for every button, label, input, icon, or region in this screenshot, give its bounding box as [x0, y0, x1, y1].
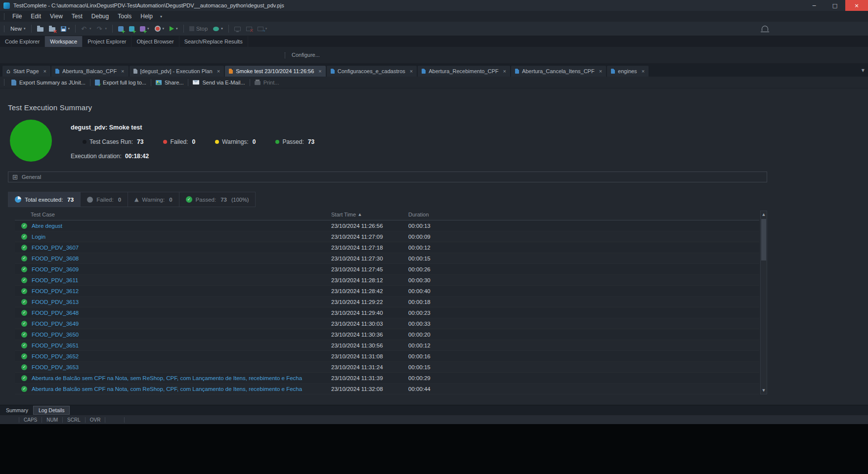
close-tab-icon[interactable]: ×: [43, 69, 46, 74]
test-case-link[interactable]: FOOD_PDV_3611: [32, 277, 78, 283]
test-case-link[interactable]: Abre degust: [32, 223, 62, 229]
test-case-link[interactable]: FOOD_PDV_3651: [32, 343, 79, 348]
menu-view[interactable]: View: [45, 11, 67, 22]
column-header-test-case[interactable]: Test Case: [15, 212, 331, 217]
general-section-header[interactable]: + General: [8, 172, 767, 182]
maximize-button[interactable]: □: [825, 0, 845, 11]
filter-tab-total-executed[interactable]: Total executed:73: [8, 192, 80, 207]
test-case-link[interactable]: FOOD_PDV_3607: [32, 245, 79, 251]
doc-tab-abertura-balcao-cpf[interactable]: Abertura_Balcao_CPF×: [51, 66, 129, 77]
test-case-link[interactable]: Login: [32, 234, 45, 240]
panel-tab-project-explorer[interactable]: Project Explorer: [83, 36, 131, 47]
table-row[interactable]: ✓Abertura de Balcão sem CPF na Nota, com…: [15, 384, 759, 394]
menu-tools[interactable]: Tools: [113, 11, 136, 22]
doc-tab-smoke-test-23-10-2024-11-26-56[interactable]: Smoke test 23/10/2024 11:26:56×: [225, 66, 326, 77]
table-row[interactable]: ✓FOOD_PDV_365123/10/2024 11:30:5600:00:1…: [15, 340, 759, 351]
table-row[interactable]: ✓FOOD_PDV_360823/10/2024 11:27:3000:00:1…: [15, 253, 759, 264]
close-tab-icon[interactable]: ×: [121, 69, 124, 74]
test-case-link[interactable]: FOOD_PDV_3612: [32, 288, 79, 294]
expand-icon[interactable]: +: [13, 175, 17, 179]
menu-help[interactable]: Help: [136, 11, 157, 22]
new-button[interactable]: New▾: [8, 23, 28, 34]
close-tab-icon[interactable]: ×: [503, 69, 506, 74]
table-row[interactable]: ✓FOOD_PDV_361123/10/2024 11:28:1200:00:3…: [15, 275, 759, 286]
add-project-item-button[interactable]: [127, 23, 137, 34]
new-button-dropdown-icon[interactable]: ▾: [24, 27, 26, 31]
test-case-link[interactable]: FOOD_PDV_3609: [32, 266, 79, 272]
panel-tab-code-explorer[interactable]: Code Explorer: [0, 36, 45, 47]
export-share[interactable]: Share...: [152, 80, 187, 86]
table-row[interactable]: ✓FOOD_PDV_365323/10/2024 11:31:2400:00:1…: [15, 362, 759, 373]
close-project-button[interactable]: [46, 23, 58, 34]
panel-tab-workspace[interactable]: Workspace: [45, 36, 83, 47]
doc-tab-abertura-recebimento-cpf[interactable]: Abertura_Recebimento_CPF×: [418, 66, 510, 77]
table-row[interactable]: ✓FOOD_PDV_365023/10/2024 11:30:3600:00:2…: [15, 329, 759, 340]
close-tab-icon[interactable]: ×: [217, 69, 220, 74]
panel-tab-search-replace-results[interactable]: Search/Replace Results: [179, 36, 248, 47]
close-tab-icon[interactable]: ×: [642, 69, 645, 74]
toolbar-grip[interactable]: [4, 26, 4, 32]
filter-tab-failed[interactable]: Failed:0: [80, 192, 128, 207]
open-file-button[interactable]: [35, 23, 46, 34]
table-row[interactable]: ✓Login23/10/2024 11:27:0900:00:09: [15, 231, 759, 242]
test-case-link[interactable]: Abertura de Balcão sem CPF na Nota, sem …: [32, 375, 302, 381]
menubar-grip[interactable]: [4, 13, 4, 20]
table-row[interactable]: ✓FOOD_PDV_360923/10/2024 11:27:4500:00:2…: [15, 264, 759, 275]
test-case-link[interactable]: FOOD_PDV_3613: [32, 299, 79, 305]
scrollbar-thumb[interactable]: [761, 219, 766, 260]
export-send-via-e-mail[interactable]: Send via E-Mail...: [189, 80, 248, 86]
table-row[interactable]: ✓FOOD_PDV_361323/10/2024 11:29:2200:00:1…: [15, 297, 759, 307]
record-test-button[interactable]: ▾: [152, 23, 167, 34]
close-button[interactable]: ×: [845, 0, 868, 11]
column-header-start-time[interactable]: Start Time▲: [331, 212, 408, 217]
scroll-up-icon[interactable]: ▲: [762, 213, 765, 216]
table-row[interactable]: ✓Abertura de Balcão sem CPF na Nota, sem…: [15, 373, 759, 384]
table-row[interactable]: ✓FOOD_PDV_360723/10/2024 11:27:1800:00:1…: [15, 242, 759, 253]
test-case-link[interactable]: FOOD_PDV_3652: [32, 353, 79, 359]
test-case-link[interactable]: Abertura de Balcão sem CPF na Nota, com …: [32, 386, 302, 392]
doc-tab-degust-pdv-execution-plan[interactable]: [degust_pdv] - Execution Plan×: [130, 66, 224, 77]
doc-tab-abertura-cancela-itens-cpf[interactable]: Abertura_Cancela_Itens_CPF×: [511, 66, 606, 77]
save-button[interactable]: ▾: [58, 23, 73, 34]
scroll-down-icon[interactable]: ▼: [762, 388, 765, 392]
close-tab-icon[interactable]: ×: [318, 69, 321, 74]
menubar-chevron-icon[interactable]: ▾: [160, 14, 162, 19]
add-new-item-button-dropdown-icon[interactable]: ▾: [147, 27, 149, 31]
run-project-button[interactable]: ▾: [167, 23, 180, 34]
configure-grip[interactable]: [285, 52, 285, 58]
test-case-link[interactable]: FOOD_PDV_3649: [32, 321, 79, 327]
titlebar[interactable]: TestComplete - C:\automacao\LinxDegustPD…: [0, 0, 868, 11]
table-row[interactable]: ✓FOOD_PDV_364923/10/2024 11:30:0300:00:3…: [15, 318, 759, 329]
close-tab-icon[interactable]: ×: [410, 69, 413, 74]
test-case-link[interactable]: FOOD_PDV_3608: [32, 256, 79, 261]
undo-button-dropdown-icon[interactable]: ▾: [89, 27, 91, 31]
log-tab-summary[interactable]: Summary: [1, 405, 33, 415]
column-header-duration[interactable]: Duration: [408, 212, 759, 217]
panel-tab-object-browser[interactable]: Object Browser: [131, 36, 179, 47]
filter-tab-passed[interactable]: ✓Passed:73(100%): [179, 192, 256, 207]
table-row[interactable]: ✓Abre degust23/10/2024 11:26:5600:00:13: [15, 220, 759, 231]
log-tab-log-details[interactable]: Log Details: [33, 406, 70, 415]
save-button-dropdown-icon[interactable]: ▾: [68, 27, 70, 31]
test-case-link[interactable]: FOOD_PDV_3653: [32, 364, 79, 370]
tab-overflow-icon[interactable]: ▼: [862, 68, 865, 73]
table-row[interactable]: ✓FOOD_PDV_361223/10/2024 11:28:4200:00:4…: [15, 286, 759, 297]
menu-edit[interactable]: Edit: [26, 11, 45, 22]
table-row[interactable]: ✓FOOD_PDV_364823/10/2024 11:29:4000:00:2…: [15, 307, 759, 318]
window-list-button-dropdown-icon[interactable]: ▾: [265, 27, 267, 31]
redo-button-dropdown-icon[interactable]: ▾: [105, 27, 107, 31]
run-project-button-dropdown-icon[interactable]: ▾: [176, 27, 178, 31]
doc-tab-configuracoes-e-cadastros[interactable]: Configuracoes_e_cadastros×: [327, 66, 417, 77]
doc-tab-engines[interactable]: engines×: [607, 66, 649, 77]
test-case-link[interactable]: FOOD_PDV_3650: [32, 332, 79, 338]
table-row[interactable]: ✓FOOD_PDV_365223/10/2024 11:31:0800:00:1…: [15, 351, 759, 362]
export-export-full-log-to[interactable]: Export full log to...: [91, 80, 150, 86]
debug-button[interactable]: ▾: [211, 23, 225, 34]
add-new-item-button[interactable]: ▾: [137, 23, 152, 34]
close-tab-icon[interactable]: ×: [599, 69, 602, 74]
record-test-button-dropdown-icon[interactable]: ▾: [163, 27, 165, 31]
filter-tab-warning[interactable]: ▲Warning:0: [128, 192, 178, 207]
add-project-button[interactable]: [116, 23, 126, 34]
debug-button-dropdown-icon[interactable]: ▾: [221, 27, 223, 31]
notifications-bell-icon[interactable]: [762, 26, 768, 31]
